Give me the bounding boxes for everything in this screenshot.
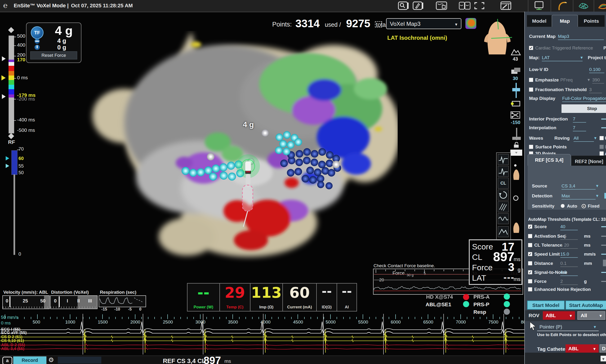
- cl-tolerance-checkbox[interactable]: [528, 243, 532, 247]
- fixed-radio[interactable]: [582, 204, 586, 208]
- rf-marker-icon[interactable]: [6, 156, 11, 160]
- cardiac-ref-checkbox[interactable]: ✓: [529, 46, 533, 50]
- stop-button[interactable]: Stop: [562, 104, 606, 113]
- lowv-value[interactable]: 0.100: [589, 67, 604, 73]
- cycle-length-tool-icon[interactable]: CL: [498, 178, 509, 189]
- zoom-view-icon[interactable]: [398, 1, 409, 10]
- force-threshold-checkbox[interactable]: [528, 279, 532, 283]
- chevron-down-icon[interactable]: ▼: [587, 78, 591, 82]
- tab-map[interactable]: Map: [552, 15, 578, 27]
- rov-filter-dropdown[interactable]: All: [577, 311, 605, 320]
- scale-bottom-handle[interactable]: [8, 133, 14, 139]
- hatch-tool-icon[interactable]: [498, 201, 509, 212]
- speed-limit-value[interactable]: 15.0: [560, 252, 578, 258]
- ring-icon[interactable]: [513, 195, 518, 201]
- detection-color-chip[interactable]: [604, 193, 606, 199]
- interior-projection-value[interactable]: 7: [573, 117, 586, 123]
- surface-points-checkbox[interactable]: [529, 145, 533, 149]
- catheter-tool-icon[interactable]: [556, 1, 568, 10]
- auto-radio[interactable]: [561, 204, 565, 208]
- score-slider[interactable]: [601, 226, 606, 227]
- speed-limit-checkbox[interactable]: ✓: [528, 252, 532, 256]
- rf-marker-icon[interactable]: [6, 164, 11, 168]
- waveform-tool-icon[interactable]: [498, 166, 509, 177]
- tab-model[interactable]: Model: [527, 15, 552, 27]
- loop-tool-icon[interactable]: [498, 190, 509, 200]
- score-threshold-value[interactable]: 40: [560, 224, 578, 230]
- layers-icon[interactable]: [510, 67, 521, 76]
- ref-tab[interactable]: REF [CS 3,4]: [528, 154, 571, 166]
- distance-checkbox[interactable]: [528, 261, 532, 265]
- detection-value[interactable]: Max: [562, 193, 596, 199]
- map-palette-icon[interactable]: [465, 18, 476, 29]
- waves-checkbox[interactable]: [600, 136, 604, 140]
- chevron-down-icon[interactable]: ▼: [593, 136, 597, 140]
- unlock-icon[interactable]: [513, 142, 520, 149]
- cl-tolerance-slider[interactable]: [601, 245, 606, 246]
- cl-tolerance-value[interactable]: ± 20: [560, 243, 578, 249]
- view-preset-button[interactable]: [510, 150, 522, 156]
- current-map-value[interactable]: Map3: [558, 34, 604, 40]
- emphasize-value[interactable]: PFreq: [560, 78, 573, 83]
- map-selector-dropdown[interactable]: VoXel Map3: [386, 18, 461, 29]
- catheter-color-icon[interactable]: [597, 1, 606, 10]
- activation-slider[interactable]: [601, 236, 606, 237]
- window-tools-icon[interactable]: [500, 1, 512, 10]
- pointer-mode-value[interactable]: Pointer (P): [540, 324, 562, 330]
- mini-torso-icon[interactable]: [512, 221, 521, 234]
- tag-extra-button[interactable]: D: [600, 344, 606, 353]
- 3d-extra-checkbox[interactable]: [600, 152, 604, 156]
- trace-label-cs910[interactable]: CS 9,10 (61): [1, 338, 24, 343]
- distance-slider[interactable]: [603, 260, 606, 266]
- rotate-view-icon[interactable]: [510, 47, 521, 57]
- surface-extra-checkbox[interactable]: [600, 145, 604, 149]
- peak-tool-icon[interactable]: [498, 226, 509, 237]
- emphasize-num[interactable]: 390: [592, 78, 604, 84]
- velocity-gauge[interactable]: 0 25 50: [2, 295, 50, 309]
- high-marker-flag-icon[interactable]: [2, 56, 8, 61]
- depth-slider-handle[interactable]: [512, 137, 521, 140]
- fractionation-value[interactable]: 3: [589, 87, 602, 93]
- trace-label-ecgavf[interactable]: ECG aVF (55): [1, 330, 27, 335]
- snr-slider[interactable]: [601, 272, 606, 273]
- activation-value[interactable]: ± 5: [560, 234, 578, 240]
- waveform-tool-icon[interactable]: [498, 154, 509, 165]
- heart-model[interactable]: [85, 31, 398, 274]
- chevron-down-icon[interactable]: ▼: [595, 194, 599, 198]
- map-mesh-icon[interactable]: [578, 1, 589, 10]
- selection-box-icon[interactable]: [375, 21, 382, 27]
- scale-top-handle[interactable]: [8, 27, 14, 33]
- enhanced-noise-checkbox[interactable]: [528, 287, 532, 291]
- opacity-slider-handle[interactable]: [512, 88, 520, 91]
- snapshot-windows-icon[interactable]: [435, 1, 448, 10]
- map-type-value[interactable]: LAT: [542, 55, 582, 61]
- source-value[interactable]: CS 3,4: [562, 183, 596, 190]
- map-display-value[interactable]: Full-Color Propagation: [562, 96, 606, 102]
- snr-checkbox[interactable]: ✓: [528, 270, 532, 274]
- clip-plane-icon[interactable]: [510, 100, 521, 108]
- emphasize-checkbox[interactable]: [529, 78, 533, 82]
- rov-catheter-dropdown[interactable]: ABL: [543, 311, 575, 320]
- chevron-down-icon[interactable]: ▼: [580, 56, 583, 60]
- low-marker-flag-icon[interactable]: [2, 94, 8, 99]
- gear-icon[interactable]: ⚙: [48, 356, 54, 364]
- chevron-down-icon[interactable]: ▼: [595, 184, 599, 188]
- start-automap-button[interactable]: Start AutoMap: [566, 300, 606, 310]
- patient-orientation-torso[interactable]: [482, 19, 513, 56]
- force-threshold-slider[interactable]: [601, 281, 606, 282]
- distance-value[interactable]: 0.1: [560, 261, 578, 267]
- mini-torso-icon[interactable]: [512, 169, 521, 181]
- dual-display-icon[interactable]: [459, 1, 471, 10]
- score-checkbox[interactable]: ✓: [528, 225, 532, 229]
- footer-dropdown-button[interactable]: [601, 356, 606, 361]
- trace-label-abl34[interactable]: ABL 3,4 (55): [1, 347, 24, 351]
- chevron-down-icon[interactable]: ▼: [593, 325, 597, 329]
- reset-force-button[interactable]: Reset Force: [30, 51, 77, 59]
- roving-value[interactable]: All: [574, 136, 594, 142]
- record-button[interactable]: Record: [13, 356, 46, 364]
- interpolation-slider[interactable]: [601, 127, 606, 128]
- activation-checkbox[interactable]: [528, 234, 532, 238]
- speed-limit-slider[interactable]: [601, 254, 606, 255]
- interior-slider[interactable]: [601, 118, 606, 119]
- fractionation-checkbox[interactable]: [529, 88, 533, 91]
